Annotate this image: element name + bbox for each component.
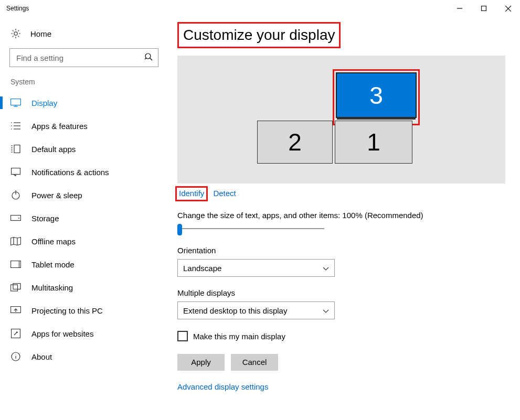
svg-rect-23 [12, 168, 20, 175]
search-input[interactable] [15, 53, 144, 63]
sidebar-item-label: Projecting to this PC [31, 306, 103, 315]
sidebar-item-about[interactable]: About [0, 345, 168, 368]
sidebar-item-label: Display [31, 99, 57, 107]
sidebar-item-label: Default apps [31, 145, 76, 154]
apps-websites-icon [10, 328, 21, 339]
display-icon [10, 98, 21, 108]
svg-rect-1 [482, 6, 486, 11]
sidebar-item-label: Apps & features [31, 122, 88, 131]
detect-link[interactable]: Detect [213, 189, 236, 199]
slider-track [179, 228, 324, 229]
svg-point-4 [14, 32, 17, 35]
svg-point-39 [15, 354, 16, 354]
sidebar-item-projecting[interactable]: Projecting to this PC [0, 299, 168, 322]
search-box[interactable] [9, 48, 158, 67]
display-arrangement-area[interactable]: 3 1 2 [177, 56, 505, 184]
sidebar-item-apps-websites[interactable]: Apps for websites [0, 322, 168, 345]
sidebar-item-label: Power & sleep [31, 191, 82, 200]
home-label: Home [30, 29, 51, 38]
storage-icon [10, 213, 21, 223]
sidebar-item-label: Storage [31, 214, 59, 223]
orientation-dropdown[interactable]: Landscape [177, 259, 335, 277]
maximize-button[interactable] [472, 0, 496, 17]
multitasking-icon [10, 282, 21, 293]
power-icon [10, 190, 21, 200]
home-button[interactable]: Home [0, 25, 168, 48]
svg-point-27 [18, 218, 19, 219]
button-row: Apply Cancel [177, 354, 505, 371]
sidebar-item-label: Apps for websites [31, 329, 93, 338]
map-icon [10, 236, 21, 246]
display-links: Identify Detect [177, 189, 505, 199]
sidebar-item-label: Offline maps [31, 237, 76, 246]
sidebar-item-offline-maps[interactable]: Offline maps [0, 230, 168, 253]
sidebar-item-multitasking[interactable]: Multitasking [0, 276, 168, 299]
titlebar: Settings [0, 0, 520, 17]
main-display-label: Make this my main display [193, 332, 285, 341]
orientation-value: Landscape [183, 264, 221, 273]
sidebar-item-storage[interactable]: Storage [0, 207, 168, 230]
sidebar-item-display[interactable]: Display [0, 91, 168, 114]
cancel-button[interactable]: Cancel [231, 354, 278, 371]
chevron-down-icon [323, 264, 329, 273]
main-display-checkbox-row[interactable]: Make this my main display [177, 331, 505, 341]
list-icon [10, 121, 21, 131]
sidebar-item-power-sleep[interactable]: Power & sleep [0, 184, 168, 207]
close-button[interactable] [496, 0, 520, 17]
svg-rect-33 [13, 284, 20, 289]
apply-button[interactable]: Apply [177, 354, 225, 371]
multiple-displays-value: Extend desktop to this display [183, 306, 287, 315]
search-wrap [0, 48, 168, 74]
sidebar-item-label: Multitasking [31, 283, 73, 292]
section-label: System [0, 74, 168, 91]
sidebar-item-apps-features[interactable]: Apps & features [0, 114, 168, 137]
monitor-1[interactable]: 1 [335, 121, 412, 164]
main-content: Customize your display 3 1 2 Identify De… [168, 17, 520, 420]
window-body: Home System Display Apps & f [0, 17, 520, 420]
scale-slider[interactable] [177, 224, 324, 234]
sidebar-item-label: Tablet mode [31, 260, 75, 269]
info-icon [10, 351, 21, 362]
default-apps-icon [10, 144, 21, 154]
svg-line-7 [150, 58, 152, 60]
svg-rect-22 [14, 145, 20, 153]
tablet-icon [10, 259, 21, 270]
advanced-display-settings-link[interactable]: Advanced display settings [177, 382, 268, 391]
window-title: Settings [6, 5, 29, 12]
svg-rect-32 [11, 285, 18, 291]
svg-rect-9 [11, 99, 21, 105]
orientation-label: Orientation [177, 246, 505, 255]
window-controls [448, 0, 520, 17]
scale-label: Change the size of text, apps, and other… [177, 211, 505, 220]
nav-list: Display Apps & features Default apps Not… [0, 91, 168, 368]
chevron-down-icon [323, 306, 329, 315]
notifications-icon [10, 167, 21, 177]
sidebar-item-notifications[interactable]: Notifications & actions [0, 160, 168, 184]
monitor-3[interactable]: 3 [336, 72, 417, 118]
svg-line-8 [145, 58, 146, 60]
sidebar-item-label: Notifications & actions [31, 168, 109, 177]
settings-window: Settings Home [0, 0, 520, 420]
multiple-displays-dropdown[interactable]: Extend desktop to this display [177, 301, 335, 319]
gear-icon [10, 28, 21, 39]
search-icon [144, 52, 153, 63]
projecting-icon [10, 305, 21, 316]
identify-link[interactable]: Identify [175, 186, 208, 201]
slider-thumb[interactable] [177, 224, 182, 235]
main-display-checkbox[interactable] [177, 331, 188, 341]
monitor-2[interactable]: 2 [257, 121, 333, 164]
sidebar-item-tablet-mode[interactable]: Tablet mode [0, 253, 168, 276]
page-title: Customize your display [177, 22, 341, 48]
minimize-button[interactable] [448, 0, 472, 17]
multiple-displays-label: Multiple displays [177, 288, 505, 297]
sidebar: Home System Display Apps & f [0, 17, 168, 420]
sidebar-item-label: About [31, 352, 52, 361]
sidebar-item-default-apps[interactable]: Default apps [0, 137, 168, 160]
